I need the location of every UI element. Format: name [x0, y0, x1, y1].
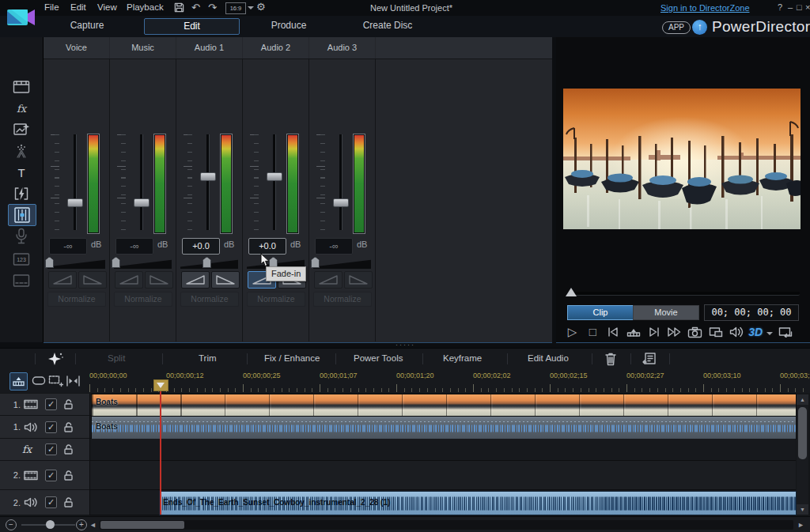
scroll-left-icon[interactable]: ◄: [89, 520, 97, 530]
chapter-room-icon[interactable]: 123: [8, 249, 35, 270]
preview-video[interactable]: [563, 89, 801, 229]
tab-produce[interactable]: Produce: [249, 18, 328, 33]
redo-icon[interactable]: ↷: [208, 2, 217, 14]
keyframe-button[interactable]: Keyframe: [443, 353, 482, 363]
master-gain-handle[interactable]: [202, 257, 211, 268]
fade-in-button[interactable]: [48, 271, 77, 289]
track-enable-checkbox[interactable]: ✓: [45, 398, 57, 410]
gain-value[interactable]: -∞: [315, 238, 353, 255]
master-gain-handle[interactable]: [45, 257, 54, 268]
transition-room-icon[interactable]: [8, 183, 35, 204]
save-icon[interactable]: [174, 2, 184, 13]
menu-playback[interactable]: Playback: [127, 2, 164, 12]
title-room-icon[interactable]: T: [8, 162, 35, 183]
effects-room-icon[interactable]: fx: [8, 98, 35, 119]
trash-icon[interactable]: [604, 352, 617, 366]
audio-clip-boats[interactable]: Boats: [91, 416, 797, 440]
next-frame-button[interactable]: [646, 324, 663, 340]
power-tools-button[interactable]: Power Tools: [354, 353, 403, 363]
movie-mode-button[interactable]: Movie: [633, 305, 699, 320]
track-lane-audio2[interactable]: Ends_Of_The_Earth_Sunset_Cowboy_instrume…: [90, 490, 796, 515]
track-enable-checkbox[interactable]: ✓: [45, 496, 57, 508]
play-button[interactable]: ▷: [564, 324, 581, 340]
gain-value[interactable]: -∞: [49, 238, 87, 255]
normalize-button[interactable]: Normalize: [313, 292, 372, 307]
volume-fader-handle[interactable]: [200, 172, 216, 181]
normalize-button[interactable]: Normalize: [180, 292, 239, 307]
zoom-slider-handle[interactable]: [46, 520, 55, 529]
app-badge[interactable]: APP: [662, 21, 691, 34]
vertical-scroll-thumb[interactable]: [798, 407, 807, 459]
track-lock-icon[interactable]: [63, 398, 74, 410]
scroll-down-icon[interactable]: ▼: [797, 504, 808, 515]
volume-fader-handle[interactable]: [134, 198, 150, 207]
volume-fader-handle[interactable]: [333, 198, 349, 207]
fade-in-button[interactable]: [314, 271, 343, 289]
volume-speaker-icon[interactable]: [728, 324, 744, 340]
menu-edit[interactable]: Edit: [70, 2, 86, 12]
range-select-tool-icon[interactable]: [30, 372, 47, 389]
fade-out-button[interactable]: [145, 271, 173, 289]
track-lane-video2[interactable]: [90, 461, 796, 490]
fade-in-button[interactable]: [115, 271, 143, 289]
track-lock-icon[interactable]: [63, 496, 74, 508]
3d-mode-button[interactable]: 3D: [748, 326, 763, 338]
close-button[interactable]: ×: [805, 2, 810, 12]
voiceover-room-icon[interactable]: [8, 226, 35, 247]
timeline-ruler-tool-icon[interactable]: [9, 372, 28, 391]
preview-seek-handle[interactable]: [566, 288, 577, 296]
track-lane-fx[interactable]: [90, 439, 796, 461]
maximize-button[interactable]: □: [797, 2, 802, 12]
track-enable-checkbox[interactable]: ✓: [45, 470, 57, 481]
timeline-ruler[interactable]: 00;00;00;00 00;00;00;12 00;00;00;25 00;0…: [89, 369, 810, 393]
minimize-button[interactable]: –: [788, 2, 793, 12]
track-lock-icon[interactable]: [63, 421, 74, 433]
volume-fader-track[interactable]: [206, 134, 210, 230]
horizontal-scroll-thumb[interactable]: [100, 521, 184, 529]
scroll-up-icon[interactable]: ▲: [797, 394, 808, 405]
fade-in-button[interactable]: [181, 271, 210, 289]
subtitle-room-icon[interactable]: [8, 270, 35, 291]
zoom-out-icon[interactable]: −: [6, 519, 17, 530]
gain-value[interactable]: +0.0: [182, 238, 220, 255]
particle-room-icon[interactable]: [8, 141, 35, 161]
volume-fader-track[interactable]: [140, 134, 143, 230]
tab-capture[interactable]: Capture: [47, 18, 127, 33]
normalize-button[interactable]: Normalize: [247, 292, 305, 307]
fast-forward-button[interactable]: [667, 324, 683, 340]
track-enable-checkbox[interactable]: ✓: [45, 443, 57, 455]
gain-value[interactable]: -∞: [115, 238, 153, 255]
playhead-line[interactable]: [160, 380, 161, 515]
aspect-ratio-selector[interactable]: 16:9: [225, 2, 246, 14]
preview-window-icon[interactable]: [707, 324, 724, 340]
gear-icon[interactable]: ⚙: [256, 1, 266, 13]
volume-fader-handle[interactable]: [267, 172, 282, 181]
magic-wand-icon[interactable]: [47, 351, 65, 367]
chevron-down-icon[interactable]: [248, 6, 254, 9]
split-button[interactable]: Split: [108, 353, 125, 363]
snapshot-camera-icon[interactable]: [687, 324, 703, 340]
audio-clip-music[interactable]: Ends_Of_The_Earth_Sunset_Cowboy_instrume…: [159, 491, 797, 515]
track-lane-audio1[interactable]: Boats: [90, 416, 796, 439]
master-gain-slider[interactable]: [313, 259, 371, 269]
timeline-vertical-scrollbar[interactable]: ▲ ▼: [797, 394, 808, 515]
undo-icon[interactable]: ↶: [191, 2, 200, 14]
master-gain-handle[interactable]: [112, 257, 120, 268]
volume-fader-track[interactable]: [273, 134, 276, 230]
snap-trim-tool-icon[interactable]: [65, 372, 81, 389]
media-room-icon[interactable]: [8, 77, 35, 97]
clip-mode-button[interactable]: Clip: [567, 305, 634, 320]
help-button[interactable]: ?: [778, 2, 782, 12]
resize-preview-icon[interactable]: [777, 324, 793, 340]
fade-out-button[interactable]: [78, 271, 107, 289]
scroll-right-icon[interactable]: ►: [797, 520, 804, 530]
menu-file[interactable]: File: [44, 2, 59, 12]
volume-fader-track[interactable]: [339, 134, 343, 230]
playhead-marker[interactable]: [153, 379, 168, 391]
timecode-display[interactable]: 00; 00; 00; 00: [704, 304, 799, 321]
track-lock-icon[interactable]: [63, 443, 74, 455]
volume-fader-handle[interactable]: [67, 198, 83, 207]
tab-create-disc[interactable]: Create Disc: [348, 18, 427, 33]
master-gain-slider[interactable]: [114, 259, 172, 269]
normalize-button[interactable]: Normalize: [114, 292, 172, 307]
